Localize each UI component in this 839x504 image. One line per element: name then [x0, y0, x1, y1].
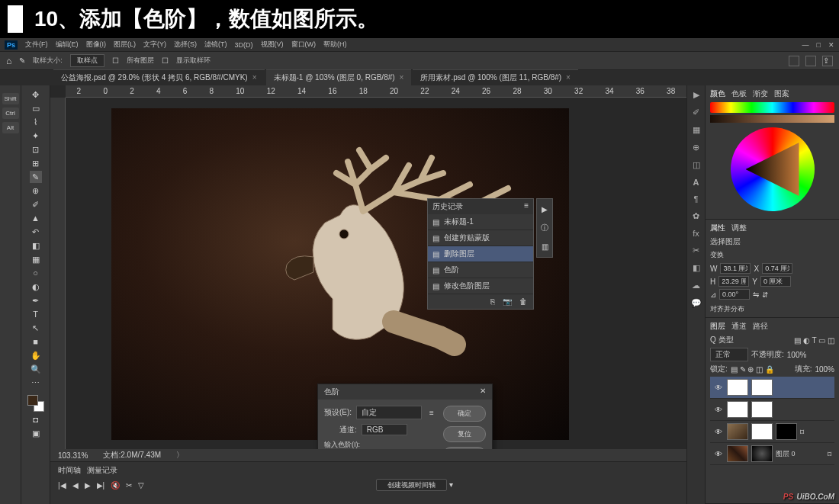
fg-color[interactable] [27, 395, 38, 406]
cancel-button[interactable]: 复位 [443, 426, 486, 442]
doc-tab-1[interactable]: 公益海报.psd @ 29.0% (形状 4 拷贝 6, RGB/8#/CMYK… [53, 69, 265, 85]
layers-tab[interactable]: 图层 [710, 321, 725, 332]
history-trash-icon[interactable]: 🗑 [519, 297, 527, 306]
history-panel[interactable]: 历史记录≡ ▤未标题-1 ▤创建剪贴蒙版 ▤删除图层 ▤色阶 ▤修改色阶图层 ⎘… [427, 198, 534, 310]
history-brush-tool[interactable]: ↶ [30, 226, 42, 238]
glyph-panel-icon[interactable]: ✿ [693, 211, 699, 221]
flip-v-icon[interactable]: ⇵ [762, 291, 768, 299]
preset-menu-icon[interactable]: ≡ [426, 409, 437, 417]
visibility-icon[interactable]: 👁 [713, 406, 724, 414]
gradients-tab[interactable]: 渐变 [753, 88, 768, 99]
para-panel-icon[interactable]: ¶ [694, 194, 699, 204]
comments-icon[interactable]: 💬 [691, 298, 702, 308]
navigator-icon[interactable]: ◧ [693, 263, 700, 273]
tl-next-icon[interactable]: ▶| [97, 481, 105, 490]
marquee-tool[interactable]: ▭ [30, 102, 42, 114]
menu-window[interactable]: 窗口(W) [291, 40, 317, 50]
menu-select[interactable]: 选择(S) [174, 40, 197, 50]
move-tool[interactable]: ✥ [30, 88, 42, 101]
mask-thumb[interactable] [776, 423, 797, 440]
info-arrow-icon[interactable]: ▶ [542, 205, 548, 213]
tl-split-icon[interactable]: ✂ [126, 481, 132, 490]
mask-thumb[interactable] [751, 423, 773, 440]
layer-row[interactable]: 👁 [710, 399, 834, 421]
wand-tool[interactable]: ✦ [30, 130, 42, 142]
opacity-field[interactable]: 100% [787, 351, 807, 359]
patterns-tab[interactable]: 图案 [774, 88, 789, 99]
tl-prev-icon[interactable]: ◀ [72, 481, 79, 490]
flip-h-icon[interactable]: ⇋ [753, 291, 759, 299]
adjust-tab[interactable]: 调整 [731, 223, 747, 233]
adjust-icon[interactable]: ✂ [693, 246, 699, 255]
tl-mute-icon[interactable]: 🔇 [111, 481, 120, 490]
blur-tool[interactable]: ○ [30, 267, 42, 279]
brush-panel-icon[interactable]: ✐ [693, 108, 699, 117]
zoom-level[interactable]: 103.31% [58, 451, 88, 460]
channel-dropdown[interactable]: RGB [362, 424, 407, 435]
menu-view[interactable]: 视图(V) [261, 40, 284, 50]
opt-checkbox1[interactable]: ☐ [112, 56, 119, 65]
levels-dialog[interactable]: 色阶 ✕ 预设(E): 自定 ≡ 通道: RGB [317, 384, 493, 449]
menu-layer[interactable]: 图层(L) [114, 40, 136, 50]
screenmode-tool[interactable]: ▣ [30, 427, 42, 439]
quickmask-tool[interactable]: ◘ [30, 413, 42, 425]
tab-close-icon[interactable]: × [252, 73, 257, 82]
gradient-tool[interactable]: ▦ [30, 253, 42, 265]
shift-tab[interactable]: Shift [2, 93, 19, 104]
type-tool[interactable]: T [30, 308, 42, 320]
gradient-preview[interactable] [710, 115, 834, 123]
layer-thumb[interactable] [727, 379, 748, 396]
opt-checkbox2[interactable]: ☐ [162, 56, 169, 65]
paths-tab[interactable]: 路径 [753, 321, 768, 332]
layer-row[interactable]: 👁⌑ [710, 421, 834, 443]
more-tools[interactable]: ⋯ [30, 377, 42, 389]
fill-field[interactable]: 100% [815, 365, 834, 374]
history-doc[interactable]: ▤未标题-1 [428, 214, 533, 230]
angle-field[interactable] [719, 289, 750, 300]
preset-dropdown[interactable]: 自定 [356, 406, 422, 419]
pen-tool[interactable]: ✒ [30, 294, 42, 307]
panel-menu-icon[interactable]: ≡ [524, 201, 529, 212]
tab-close-icon[interactable]: × [400, 73, 404, 82]
color-wheel[interactable] [731, 127, 815, 211]
menu-help[interactable]: 帮助(H) [323, 40, 347, 50]
visibility-icon[interactable]: 👁 [713, 428, 724, 436]
zoom-tool[interactable]: 🔍 [30, 363, 42, 375]
history-item[interactable]: ▤创建剪贴蒙版 [428, 230, 533, 246]
share-icon[interactable]: ⇪ [822, 56, 833, 66]
layer-row[interactable]: 👁 [710, 377, 834, 399]
menu-file[interactable]: 文件(F) [25, 40, 48, 50]
swatches-tab[interactable]: 色板 [731, 88, 747, 99]
props-tab[interactable]: 属性 [710, 223, 725, 233]
mask-thumb[interactable] [751, 445, 773, 462]
workspace-icon[interactable] [789, 56, 799, 66]
width-field[interactable] [720, 263, 751, 274]
minimize-icon[interactable]: — [802, 41, 809, 49]
path-tool[interactable]: ↖ [30, 322, 42, 334]
blend-mode-dropdown[interactable]: 正常 [710, 348, 748, 361]
x-field[interactable] [762, 263, 792, 274]
create-timeline-button[interactable]: 创建视频时间轴 [376, 479, 447, 491]
clone-icon[interactable]: ⊕ [693, 143, 699, 152]
visibility-icon[interactable]: 👁 [713, 450, 724, 458]
doc-tab-3[interactable]: 所用素材.psd @ 100% (图层 11, RGB/8#)× [413, 69, 578, 85]
sample-size-dropdown[interactable]: 取样点 [70, 54, 104, 67]
canvas-area[interactable]: 202468101214161820222426283032343638 [50, 85, 686, 449]
home-icon[interactable]: ⌂ [6, 56, 11, 66]
measure-tab[interactable]: 测量记录 [87, 465, 117, 476]
menu-3d[interactable]: 3D(D) [235, 41, 253, 49]
height-field[interactable] [718, 276, 749, 287]
channels-tab[interactable]: 通道 [731, 321, 747, 332]
histogram-icon[interactable]: ◫ [693, 160, 700, 170]
eyedropper-icon[interactable]: ✎ [19, 56, 25, 65]
history-item[interactable]: ▤修改色阶图层 [428, 278, 533, 294]
visibility-icon[interactable]: 👁 [713, 384, 724, 392]
dialog-titlebar[interactable]: 色阶 ✕ [318, 384, 492, 400]
menu-image[interactable]: 图像(I) [86, 40, 107, 50]
heal-tool[interactable]: ⊕ [30, 185, 42, 197]
brush-tool[interactable]: ✐ [30, 198, 42, 210]
status-chevron-icon[interactable]: 〉 [176, 450, 184, 461]
history-snapshot-icon[interactable]: ⎘ [490, 297, 495, 306]
close-icon[interactable]: ✕ [828, 41, 834, 49]
hand-tool[interactable]: ✋ [30, 349, 42, 361]
